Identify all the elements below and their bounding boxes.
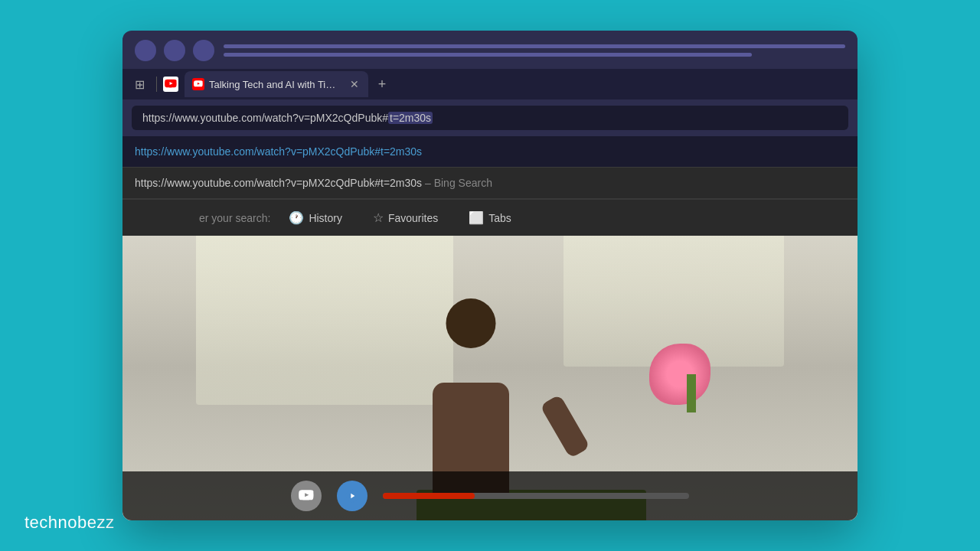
flower-stem [687, 374, 696, 412]
quick-links-bar: er your search: 🕐 History ☆ Favourites ⬜… [122, 199, 858, 236]
person-figure [402, 298, 540, 497]
person-head [446, 298, 495, 348]
new-tab-button[interactable]: + [371, 73, 393, 95]
tab-title: Talking Tech and AI with Tim C [209, 79, 344, 90]
active-tab[interactable]: Talking Tech and AI with Tim C ✕ [185, 71, 368, 97]
address-highlight: t=2m30s [388, 112, 433, 124]
favourites-label: Favourites [388, 212, 438, 224]
tabs-icon: ⬜ [469, 210, 484, 225]
bing-search-label: – Bing Search [422, 177, 492, 189]
title-bar [122, 31, 858, 69]
window-btn-2[interactable] [164, 40, 185, 61]
progress-fill [383, 493, 475, 499]
window-controls [135, 40, 214, 61]
favourites-icon: ☆ [373, 210, 384, 225]
history-label: History [309, 212, 342, 224]
tabs-button[interactable]: ⬜ Tabs [456, 207, 530, 228]
tab-close-button[interactable]: ✕ [348, 78, 361, 90]
search-prompt-label: er your search: [199, 212, 270, 224]
title-bar-line-1 [224, 44, 845, 48]
tab-bar: ⊞ Talking Tech and AI with Tim C ✕ + [122, 69, 858, 99]
history-button[interactable]: 🕐 History [276, 207, 361, 228]
window-btn-3[interactable] [193, 40, 214, 61]
suggestion-search[interactable]: https://www.youtube.com/watch?v=pMX2cQdP… [122, 168, 858, 199]
flowers [649, 344, 710, 405]
tab-divider [156, 77, 157, 92]
title-bar-lines [224, 44, 845, 57]
sidebar-icon: ⊞ [135, 77, 145, 92]
suggestion-link[interactable]: https://www.youtube.com/watch?v=pMX2cQdP… [122, 136, 858, 168]
title-bar-line-2 [224, 53, 752, 57]
tab-favicon [192, 78, 204, 90]
browser-window: ⊞ Talking Tech and AI with Tim C ✕ + htt… [122, 31, 858, 520]
favourites-button[interactable]: ☆ Favourites [361, 207, 456, 228]
youtube-overlay [122, 471, 858, 520]
yt-circle-blue [337, 481, 368, 511]
progress-bar[interactable] [383, 493, 689, 499]
watermark: technobezz [24, 513, 115, 533]
address-bar[interactable]: https://www.youtube.com/watch?v=pMX2cQdP… [132, 106, 848, 130]
youtube-favicon-standalone [163, 77, 178, 92]
history-icon: 🕐 [289, 210, 304, 225]
url-dropdown: https://www.youtube.com/watch?v=pMX2cQdP… [122, 136, 858, 236]
suggestion-search-url: https://www.youtube.com/watch?v=pMX2cQdP… [135, 177, 422, 189]
yt-circle-gray [291, 481, 322, 511]
address-bar-container: https://www.youtube.com/watch?v=pMX2cQdP… [122, 99, 858, 136]
tabs-label: Tabs [488, 212, 511, 224]
suggestion-link-url[interactable]: https://www.youtube.com/watch?v=pMX2cQdP… [135, 145, 422, 158]
address-base: https://www.youtube.com/watch?v=pMX2cQdP… [142, 112, 388, 124]
window-btn-1[interactable] [135, 40, 156, 61]
sidebar-toggle-button[interactable]: ⊞ [129, 73, 150, 95]
